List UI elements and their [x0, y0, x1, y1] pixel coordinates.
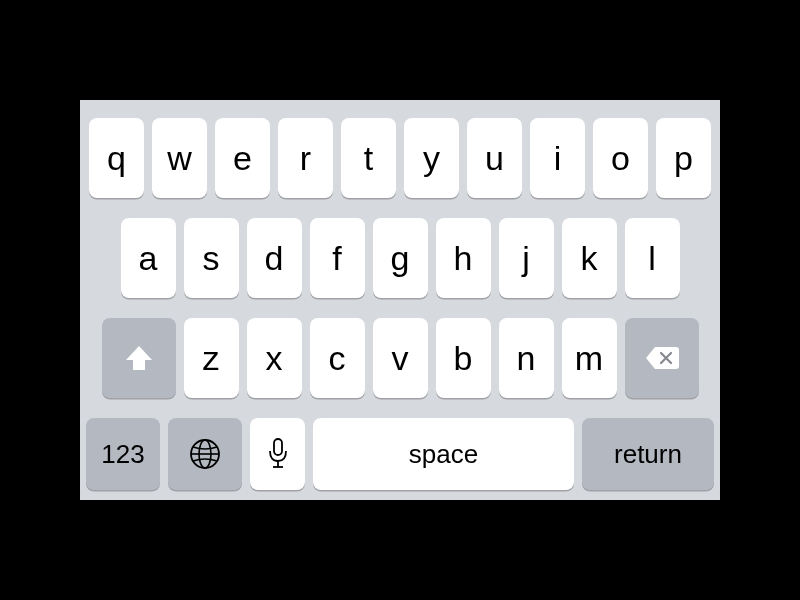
- shift-icon: [124, 344, 154, 372]
- keyboard-row-1: q w e r t y u i o p: [86, 118, 714, 198]
- globe-key[interactable]: [168, 418, 242, 490]
- key-b[interactable]: b: [436, 318, 491, 398]
- key-k[interactable]: k: [562, 218, 617, 298]
- key-y[interactable]: y: [404, 118, 459, 198]
- key-l[interactable]: l: [625, 218, 680, 298]
- microphone-icon: [267, 437, 289, 471]
- shift-key[interactable]: [102, 318, 176, 398]
- key-i[interactable]: i: [530, 118, 585, 198]
- keyboard-row-3: z x c v b n m: [86, 318, 714, 398]
- key-u[interactable]: u: [467, 118, 522, 198]
- key-x[interactable]: x: [247, 318, 302, 398]
- key-j[interactable]: j: [499, 218, 554, 298]
- key-m[interactable]: m: [562, 318, 617, 398]
- key-r[interactable]: r: [278, 118, 333, 198]
- key-p[interactable]: p: [656, 118, 711, 198]
- ios-keyboard: q w e r t y u i o p a s d f g h j k l z …: [80, 100, 720, 500]
- svg-rect-3: [274, 439, 282, 455]
- key-f[interactable]: f: [310, 218, 365, 298]
- key-a[interactable]: a: [121, 218, 176, 298]
- key-v[interactable]: v: [373, 318, 428, 398]
- key-q[interactable]: q: [89, 118, 144, 198]
- space-key[interactable]: space: [313, 418, 574, 490]
- key-c[interactable]: c: [310, 318, 365, 398]
- key-h[interactable]: h: [436, 218, 491, 298]
- globe-icon: [188, 437, 222, 471]
- key-n[interactable]: n: [499, 318, 554, 398]
- key-e[interactable]: e: [215, 118, 270, 198]
- keyboard-row-4: 123 space return: [86, 418, 714, 490]
- key-s[interactable]: s: [184, 218, 239, 298]
- backspace-key[interactable]: [625, 318, 699, 398]
- key-g[interactable]: g: [373, 218, 428, 298]
- keyboard-row-2: a s d f g h j k l: [86, 218, 714, 298]
- return-key[interactable]: return: [582, 418, 714, 490]
- key-o[interactable]: o: [593, 118, 648, 198]
- dictation-key[interactable]: [250, 418, 305, 490]
- backspace-icon: [644, 345, 680, 371]
- key-z[interactable]: z: [184, 318, 239, 398]
- key-d[interactable]: d: [247, 218, 302, 298]
- key-w[interactable]: w: [152, 118, 207, 198]
- key-t[interactable]: t: [341, 118, 396, 198]
- numbers-key[interactable]: 123: [86, 418, 160, 490]
